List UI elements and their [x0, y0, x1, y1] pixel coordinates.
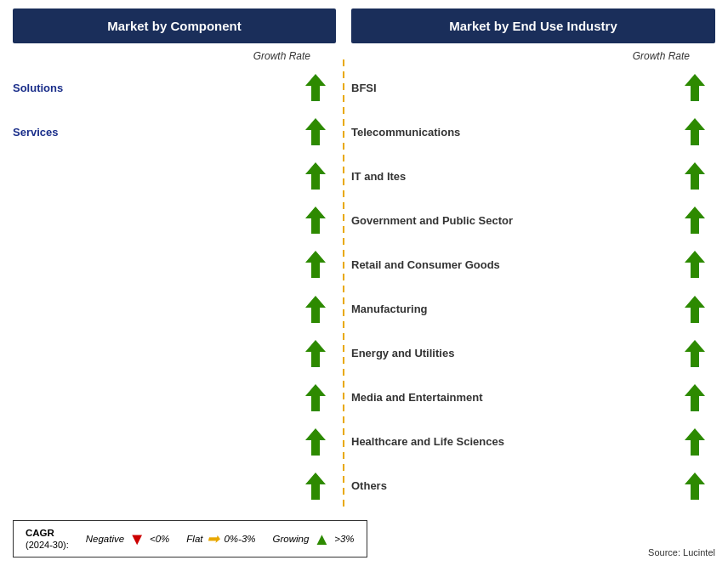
- svg-marker-1: [305, 118, 326, 145]
- legend-flat: Flat ➡ 0%-3%: [186, 529, 255, 548]
- legend-negative: Negative ▼ <0%: [86, 529, 170, 549]
- left-filler-1: [13, 154, 336, 198]
- svg-marker-0: [305, 74, 326, 101]
- dashed-line: [343, 59, 344, 508]
- arrow-up-media: [683, 383, 707, 412]
- legend-growing-icon: ▲: [313, 529, 330, 549]
- legend-negative-range: <0%: [150, 534, 169, 544]
- arrow-up-it: [683, 161, 707, 190]
- legend-growing-label: Growing: [273, 534, 310, 544]
- left-filler-3: [13, 242, 336, 286]
- right-label-healthcare: Healthcare and Life Sciences: [351, 435, 683, 448]
- left-growth-rate-label: Growth Rate: [13, 50, 336, 62]
- arrow-up-retail: [683, 250, 707, 279]
- right-label-energy: Energy and Utilities: [351, 347, 683, 359]
- left-item-solutions: Solutions: [13, 65, 336, 110]
- main-content: Market by Component Growth Rate Solution…: [13, 8, 715, 508]
- right-item-media: Media and Entertainment: [351, 376, 715, 420]
- left-filler-4: [13, 286, 336, 331]
- legend: CAGR (2024-30): Negative ▼ <0% Flat ➡ 0%…: [13, 520, 367, 558]
- svg-marker-8: [305, 428, 326, 456]
- arrow-up-govt: [683, 206, 707, 235]
- legend-negative-label: Negative: [86, 534, 124, 544]
- legend-flat-range: 0%-3%: [224, 534, 255, 544]
- arrow-up-healthcare: [683, 427, 707, 456]
- svg-marker-5: [305, 296, 326, 323]
- svg-marker-16: [685, 340, 705, 367]
- arrow-up-solutions: [304, 73, 327, 102]
- bottom-section: CAGR (2024-30): Negative ▼ <0% Flat ➡ 0%…: [13, 513, 715, 558]
- right-item-others: Others: [351, 464, 715, 508]
- left-filler-6: [13, 376, 336, 420]
- arrow-up-bfsi: [683, 73, 707, 102]
- right-item-bfsi: BFSI: [351, 65, 715, 110]
- arrow-up-telecom: [683, 117, 707, 146]
- left-filler-5: [13, 331, 336, 376]
- right-growth-rate-label: Growth Rate: [351, 50, 715, 62]
- right-label-telecom: Telecommunications: [351, 126, 683, 139]
- arrow-up-others: [683, 472, 707, 501]
- right-item-telecom: Telecommunications: [351, 110, 715, 154]
- right-item-it: IT and Ites: [351, 154, 715, 198]
- svg-marker-19: [685, 473, 705, 500]
- left-panel-title: Market by Component: [13, 8, 336, 43]
- svg-marker-18: [685, 428, 705, 456]
- right-item-retail: Retail and Consumer Goods: [351, 242, 715, 286]
- right-label-bfsi: BFSI: [351, 82, 683, 94]
- right-label-manufacturing: Manufacturing: [351, 303, 683, 315]
- left-item-services: Services: [13, 110, 336, 154]
- svg-marker-17: [685, 384, 705, 411]
- svg-marker-2: [305, 162, 326, 190]
- legend-growing: Growing ▲ >3%: [273, 529, 355, 549]
- arrow-up-energy: [683, 339, 707, 368]
- cagr-label: CAGR: [26, 528, 69, 538]
- svg-marker-12: [685, 162, 705, 190]
- legend-growing-range: >3%: [334, 534, 354, 544]
- right-label-it: IT and Ites: [351, 170, 683, 183]
- source-text: Source: Lucintel: [648, 547, 715, 558]
- left-panel: Market by Component Growth Rate Solution…: [13, 8, 336, 508]
- right-item-healthcare: Healthcare and Life Sciences: [351, 420, 715, 464]
- left-items-list: Solutions Services: [13, 65, 336, 508]
- legend-negative-icon: ▼: [128, 529, 145, 549]
- left-label-solutions: Solutions: [13, 82, 304, 94]
- right-items-list: BFSI Telecommunications IT and Ites: [351, 65, 715, 508]
- svg-marker-6: [305, 340, 326, 367]
- left-filler-8: [13, 464, 336, 508]
- divider: [343, 8, 344, 508]
- right-item-manufacturing: Manufacturing: [351, 286, 715, 331]
- legend-flat-label: Flat: [186, 534, 202, 544]
- right-item-energy: Energy and Utilities: [351, 331, 715, 376]
- right-label-others: Others: [351, 479, 683, 492]
- left-label-services: Services: [13, 126, 304, 139]
- svg-marker-10: [685, 74, 705, 101]
- cagr-range: (2024-30):: [26, 540, 69, 550]
- svg-marker-15: [685, 296, 705, 323]
- svg-marker-14: [685, 251, 705, 278]
- right-item-govt: Government and Public Sector: [351, 198, 715, 242]
- right-label-govt: Government and Public Sector: [351, 214, 683, 227]
- left-filler-2: [13, 198, 336, 242]
- svg-marker-9: [305, 473, 326, 500]
- right-panel: Market by End Use Industry Growth Rate B…: [351, 8, 715, 508]
- legend-flat-icon: ➡: [207, 529, 219, 548]
- arrow-up-services: [304, 117, 327, 146]
- arrow-up-manufacturing: [683, 295, 707, 324]
- right-label-retail: Retail and Consumer Goods: [351, 258, 683, 271]
- svg-marker-7: [305, 384, 326, 411]
- svg-marker-13: [685, 207, 705, 234]
- svg-marker-11: [685, 118, 705, 145]
- svg-marker-3: [305, 207, 326, 234]
- right-panel-title: Market by End Use Industry: [351, 8, 715, 43]
- left-filler-7: [13, 420, 336, 464]
- right-label-media: Media and Entertainment: [351, 391, 683, 404]
- svg-marker-4: [305, 251, 326, 278]
